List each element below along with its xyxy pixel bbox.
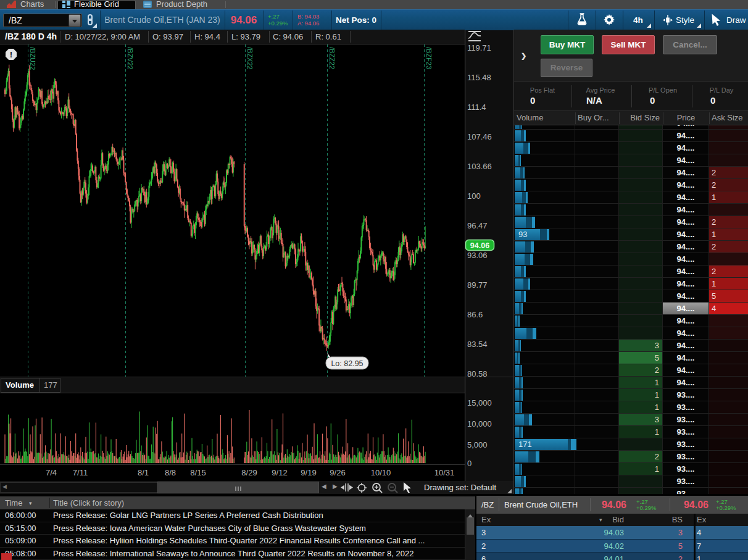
svg-text:115.48: 115.48 <box>467 73 491 82</box>
svg-text:96.47: 96.47 <box>467 221 488 230</box>
svg-text:103.66: 103.66 <box>467 162 492 171</box>
svg-text:/BZX22: /BZX22 <box>246 47 254 70</box>
svg-text:5,000: 5,000 <box>467 440 488 449</box>
svg-text:83.54: 83.54 <box>467 340 488 349</box>
svg-text:/BZF23: /BZF23 <box>425 47 433 69</box>
svg-text:94.06: 94.06 <box>470 241 489 250</box>
svg-text:100: 100 <box>467 191 481 201</box>
svg-text:107.46: 107.46 <box>467 132 492 141</box>
svg-text:86.6: 86.6 <box>467 310 483 319</box>
svg-text:15,000: 15,000 <box>467 398 492 407</box>
svg-text:0: 0 <box>467 459 472 468</box>
svg-text:111.4: 111.4 <box>467 102 486 112</box>
svg-text:89.77: 89.77 <box>467 280 488 290</box>
svg-text:/BZU22: /BZU22 <box>29 47 36 70</box>
svg-text:119.71: 119.71 <box>467 43 491 52</box>
svg-text:/BZZ22: /BZZ22 <box>328 47 336 69</box>
svg-text:!: ! <box>10 50 13 59</box>
svg-text:/BZV22: /BZV22 <box>127 47 134 70</box>
svg-text:93.06: 93.06 <box>467 251 488 260</box>
svg-text:Lo: 82.95: Lo: 82.95 <box>331 359 363 368</box>
svg-text:10,000: 10,000 <box>467 419 492 428</box>
